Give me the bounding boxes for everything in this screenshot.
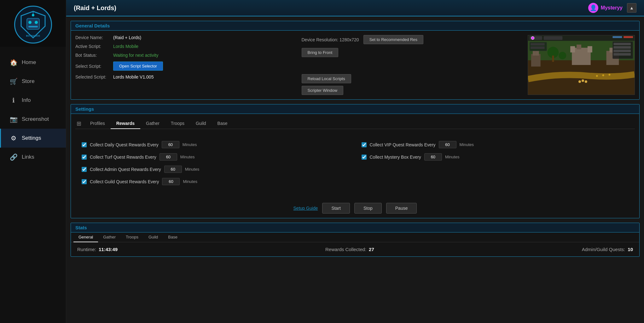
svg-rect-39 [613,46,631,49]
links-icon: 🔗 [10,153,17,161]
game-preview-area [528,35,635,95]
admin-guild-quests-label: Admin/Guild Quests: [582,247,625,252]
svg-point-25 [531,37,534,40]
reload-local-scripts-button[interactable]: Reload Local Scripts [302,74,351,83]
rewards-collected-value: 27 [369,247,374,252]
tabs-icon: ⊞ [77,120,81,127]
screenshot-icon: 📷 [10,115,17,123]
reload-scripts-row: Reload Local Scripts [302,74,522,83]
guild-quest-minutes-input[interactable] [162,178,180,185]
svg-point-36 [608,74,610,76]
botsauce-logo: BOTSAUCE [17,9,49,40]
selected-script-label: Selected Script: [75,74,110,79]
svg-point-35 [602,74,604,76]
tab-rewards[interactable]: Rewards [111,118,140,129]
sidebar-item-links[interactable]: 🔗 Links [0,148,66,167]
settings-tabs: ⊞ Profiles Rewards Gather Troops Guild B… [75,118,635,129]
vip-quest-checkbox[interactable] [362,142,367,147]
tab-base[interactable]: Base [212,118,233,129]
turf-quest-checkbox[interactable] [82,155,87,160]
svg-rect-30 [531,46,545,49]
sidebar-item-screenshot[interactable]: 📷 Screenshot [0,110,66,129]
bring-to-front-button[interactable]: Bring to Front [302,48,339,57]
scripter-window-button[interactable]: Scripter Window [302,86,344,95]
stats-tab-general[interactable]: General [73,232,98,242]
info-icon: ℹ [10,97,17,104]
svg-rect-12 [536,51,539,56]
rewards-collected-label: Rewards Collected: [325,247,366,252]
sidebar-item-info[interactable]: ℹ Info [0,91,66,110]
daily-quest-label: Collect Daily Quest Rewards Every [90,142,159,147]
set-recommended-res-button[interactable]: Set to Recommended Res [363,35,423,44]
setup-guide-button[interactable]: Setup Guide [293,206,318,211]
user-badge: 👤 Mysteryy [588,3,623,13]
settings-icon: ⚙ [10,134,17,142]
admin-quest-minutes-input[interactable] [164,166,182,173]
device-name-label: Device Name: [75,35,110,40]
home-icon: 🏠 [10,59,17,66]
settings-body: ⊞ Profiles Rewards Gather Troops Guild B… [71,114,639,218]
guild-quest-checkbox[interactable] [82,179,87,184]
stats-tab-troops[interactable]: Troops [121,232,143,242]
svg-point-31 [582,79,584,82]
tab-gather[interactable]: Gather [140,118,165,129]
svg-rect-41 [613,53,631,56]
select-script-label: Select Script: [75,64,110,69]
stop-button[interactable]: Stop [354,203,382,214]
svg-point-32 [585,80,587,83]
sidebar-item-home[interactable]: 🏠 Home [0,53,66,72]
vip-quest-row: Collect VIP Quest Rewards Every Minutes [362,141,629,148]
tab-profiles[interactable]: Profiles [84,118,111,129]
mystery-box-minutes-label: Minutes [445,155,460,159]
sidebar-label-store: Store [22,78,35,85]
svg-rect-4 [28,26,38,27]
active-script-row: Active Script: Lords Mobile [75,44,295,49]
bot-status-row: Bot Status: Waiting for next activity [75,53,295,58]
admin-quest-checkbox[interactable] [82,167,87,172]
game-screenshot-svg [528,35,635,95]
daily-quest-checkbox[interactable] [82,142,87,147]
rewards-grid: Collect Daily Quest Rewards Every Minute… [82,141,629,190]
svg-rect-14 [552,56,554,62]
vip-quest-minutes-input[interactable] [439,141,456,148]
main-area: (Raid + Lords) 👤 Mysteryy ▲ General Deta… [66,0,644,323]
svg-point-2 [28,21,32,24]
daily-quest-row: Collect Daily Quest Rewards Every Minute… [82,141,349,148]
runtime-stat: Runtime: 11:43:49 [77,247,118,252]
daily-quest-minutes-input[interactable] [162,141,179,148]
general-details-title: General Details [71,21,639,31]
pause-button[interactable]: Pause [386,203,417,214]
topbar: (Raid + Lords) 👤 Mysteryy ▲ [66,0,644,16]
rewards-content: Collect Daily Quest Rewards Every Minute… [75,135,635,197]
sidebar-item-settings[interactable]: ⚙ Settings [0,129,66,148]
turf-quest-minutes-input[interactable] [160,153,177,161]
rewards-right-col: Collect VIP Quest Rewards Every Minutes … [362,141,629,190]
stats-tab-gather[interactable]: Gather [98,232,121,242]
store-icon: 🛒 [10,78,17,85]
mystery-box-label: Collect Mystery Box Every [370,155,421,160]
rewards-collected-stat: Rewards Collected: 27 [325,247,374,252]
general-left: Device Name: (Raid + Lords) Active Scrip… [75,35,295,95]
admin-guild-quests-value: 10 [628,247,633,252]
admin-quest-label: Collect Admin Quest Rewards Every [90,167,161,172]
active-script-value: Lords Mobile [113,44,138,49]
svg-rect-1 [27,18,39,29]
open-script-selector-button[interactable]: Open Script Selector [113,62,163,71]
admin-guild-quests-stat: Admin/Guild Quests: 10 [582,247,633,252]
svg-point-33 [578,80,581,83]
minimize-button[interactable]: ▲ [627,3,636,13]
tab-guild[interactable]: Guild [190,118,212,129]
stats-tab-guild[interactable]: Guild [143,232,163,242]
mystery-box-checkbox[interactable] [362,155,367,160]
start-button[interactable]: Start [322,203,350,214]
svg-rect-24 [544,36,563,40]
stats-tab-base[interactable]: Base [163,232,183,242]
runtime-value: 11:43:49 [99,247,118,252]
svg-rect-19 [577,44,581,49]
vip-quest-minutes-label: Minutes [460,142,474,147]
general-details-section: General Details Device Name: (Raid + Lor… [71,21,640,100]
sidebar-item-store[interactable]: 🛒 Store [0,72,66,91]
svg-point-6 [32,14,34,16]
tab-troops[interactable]: Troops [165,118,190,129]
mystery-box-minutes-input[interactable] [424,153,442,161]
